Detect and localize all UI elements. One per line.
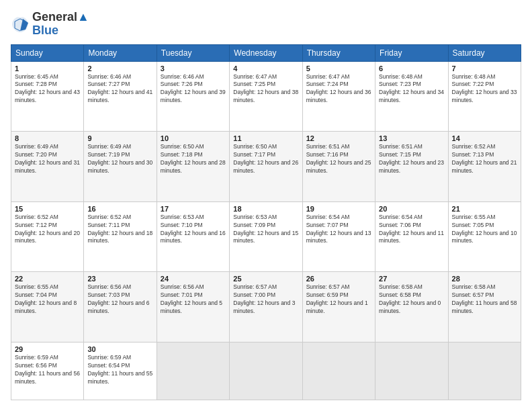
day-info: Sunrise: 6:46 AMSunset: 7:27 PMDaylight:… xyxy=(87,73,152,105)
day-info: Sunrise: 6:55 AMSunset: 7:04 PMDaylight:… xyxy=(15,283,80,316)
logo-icon xyxy=(11,15,30,34)
calendar-cell: 27Sunrise: 6:58 AMSunset: 6:58 PMDayligh… xyxy=(375,272,448,342)
day-number: 2 xyxy=(87,64,152,73)
day-info: Sunrise: 6:49 AMSunset: 7:19 PMDaylight:… xyxy=(87,143,152,175)
calendar-cell: 19Sunrise: 6:54 AMSunset: 7:07 PMDayligh… xyxy=(302,201,375,272)
day-number: 12 xyxy=(306,134,371,142)
header-sunday: Sunday xyxy=(11,44,84,61)
calendar-cell: 15Sunrise: 6:52 AMSunset: 7:12 PMDayligh… xyxy=(11,201,84,272)
day-info: Sunrise: 6:58 AMSunset: 6:57 PMDaylight:… xyxy=(452,283,517,316)
day-info: Sunrise: 6:53 AMSunset: 7:09 PMDaylight:… xyxy=(233,214,298,246)
logo: General▲ Blue xyxy=(11,11,89,38)
calendar-cell: 14Sunrise: 6:52 AMSunset: 7:13 PMDayligh… xyxy=(448,132,521,202)
day-number: 22 xyxy=(15,275,80,283)
header-friday: Friday xyxy=(375,44,448,61)
day-info: Sunrise: 6:48 AMSunset: 7:23 PMDaylight:… xyxy=(379,73,444,105)
calendar-cell: 7Sunrise: 6:48 AMSunset: 7:22 PMDaylight… xyxy=(448,61,521,132)
calendar-cell: 28Sunrise: 6:58 AMSunset: 6:57 PMDayligh… xyxy=(448,272,521,342)
calendar-cell: 13Sunrise: 6:51 AMSunset: 7:15 PMDayligh… xyxy=(375,132,448,202)
day-info: Sunrise: 6:54 AMSunset: 7:07 PMDaylight:… xyxy=(306,214,371,246)
calendar-cell xyxy=(375,342,448,400)
day-number: 21 xyxy=(452,205,517,213)
day-number: 29 xyxy=(15,345,80,353)
day-info: Sunrise: 6:52 AMSunset: 7:13 PMDaylight:… xyxy=(452,143,517,175)
calendar-cell: 3Sunrise: 6:46 AMSunset: 7:26 PMDaylight… xyxy=(157,61,229,132)
calendar-cell: 9Sunrise: 6:49 AMSunset: 7:19 PMDaylight… xyxy=(84,132,157,202)
calendar-cell xyxy=(302,342,375,400)
calendar-cell xyxy=(230,342,302,400)
calendar-cell: 21Sunrise: 6:55 AMSunset: 7:05 PMDayligh… xyxy=(448,201,521,272)
day-number: 8 xyxy=(15,134,80,142)
header-wednesday: Wednesday xyxy=(230,44,302,61)
day-info: Sunrise: 6:52 AMSunset: 7:11 PMDaylight:… xyxy=(87,214,152,246)
calendar-cell: 25Sunrise: 6:57 AMSunset: 7:00 PMDayligh… xyxy=(230,272,302,342)
day-number: 26 xyxy=(306,275,371,283)
header-tuesday: Tuesday xyxy=(157,44,229,61)
calendar-cell: 30Sunrise: 6:59 AMSunset: 6:54 PMDayligh… xyxy=(84,342,157,400)
day-info: Sunrise: 6:59 AMSunset: 6:56 PMDaylight:… xyxy=(15,354,80,386)
day-number: 28 xyxy=(452,275,517,283)
day-number: 13 xyxy=(379,134,444,142)
calendar-cell: 4Sunrise: 6:47 AMSunset: 7:25 PMDaylight… xyxy=(230,61,302,132)
day-info: Sunrise: 6:47 AMSunset: 7:25 PMDaylight:… xyxy=(233,73,298,105)
day-number: 18 xyxy=(233,205,298,213)
calendar-cell: 20Sunrise: 6:54 AMSunset: 7:06 PMDayligh… xyxy=(375,201,448,272)
day-info: Sunrise: 6:57 AMSunset: 6:59 PMDaylight:… xyxy=(306,283,371,316)
day-info: Sunrise: 6:48 AMSunset: 7:22 PMDaylight:… xyxy=(452,73,517,105)
calendar-cell: 26Sunrise: 6:57 AMSunset: 6:59 PMDayligh… xyxy=(302,272,375,342)
header-saturday: Saturday xyxy=(448,44,521,61)
calendar-table: Sunday Monday Tuesday Wednesday Thursday… xyxy=(11,44,521,400)
day-number: 9 xyxy=(87,134,152,142)
calendar-cell xyxy=(448,342,521,400)
day-number: 27 xyxy=(379,275,444,283)
day-info: Sunrise: 6:58 AMSunset: 6:58 PMDaylight:… xyxy=(379,283,444,316)
header-monday: Monday xyxy=(84,44,157,61)
day-info: Sunrise: 6:50 AMSunset: 7:18 PMDaylight:… xyxy=(161,143,226,175)
day-number: 4 xyxy=(233,64,298,73)
calendar-cell: 24Sunrise: 6:56 AMSunset: 7:01 PMDayligh… xyxy=(157,272,229,342)
day-info: Sunrise: 6:56 AMSunset: 7:03 PMDaylight:… xyxy=(87,283,152,316)
day-number: 7 xyxy=(452,64,517,73)
day-info: Sunrise: 6:57 AMSunset: 7:00 PMDaylight:… xyxy=(233,283,298,316)
day-number: 3 xyxy=(161,64,226,73)
calendar-cell: 2Sunrise: 6:46 AMSunset: 7:27 PMDaylight… xyxy=(84,61,157,132)
calendar-cell: 18Sunrise: 6:53 AMSunset: 7:09 PMDayligh… xyxy=(230,201,302,272)
day-number: 10 xyxy=(161,134,226,142)
calendar-cell: 22Sunrise: 6:55 AMSunset: 7:04 PMDayligh… xyxy=(11,272,84,342)
calendar-cell: 16Sunrise: 6:52 AMSunset: 7:11 PMDayligh… xyxy=(84,201,157,272)
calendar-cell: 12Sunrise: 6:51 AMSunset: 7:16 PMDayligh… xyxy=(302,132,375,202)
day-number: 30 xyxy=(87,345,152,353)
day-info: Sunrise: 6:55 AMSunset: 7:05 PMDaylight:… xyxy=(452,214,517,246)
day-number: 1 xyxy=(15,64,80,73)
day-info: Sunrise: 6:52 AMSunset: 7:12 PMDaylight:… xyxy=(15,214,80,246)
calendar-cell: 23Sunrise: 6:56 AMSunset: 7:03 PMDayligh… xyxy=(84,272,157,342)
day-info: Sunrise: 6:46 AMSunset: 7:26 PMDaylight:… xyxy=(161,73,226,105)
calendar-cell: 17Sunrise: 6:53 AMSunset: 7:10 PMDayligh… xyxy=(157,201,229,272)
calendar-cell xyxy=(157,342,229,400)
day-number: 6 xyxy=(379,64,444,73)
calendar-cell: 1Sunrise: 6:45 AMSunset: 7:28 PMDaylight… xyxy=(11,61,84,132)
calendar-cell: 8Sunrise: 6:49 AMSunset: 7:20 PMDaylight… xyxy=(11,132,84,202)
day-number: 15 xyxy=(15,205,80,213)
day-info: Sunrise: 6:51 AMSunset: 7:16 PMDaylight:… xyxy=(306,143,371,175)
day-info: Sunrise: 6:49 AMSunset: 7:20 PMDaylight:… xyxy=(15,143,80,175)
day-info: Sunrise: 6:54 AMSunset: 7:06 PMDaylight:… xyxy=(379,214,444,246)
weekday-header-row: Sunday Monday Tuesday Wednesday Thursday… xyxy=(11,44,521,61)
day-number: 11 xyxy=(233,134,298,142)
day-number: 19 xyxy=(306,205,371,213)
day-info: Sunrise: 6:45 AMSunset: 7:28 PMDaylight:… xyxy=(15,73,80,105)
day-number: 24 xyxy=(161,275,226,283)
day-info: Sunrise: 6:59 AMSunset: 6:54 PMDaylight:… xyxy=(87,354,152,386)
day-info: Sunrise: 6:53 AMSunset: 7:10 PMDaylight:… xyxy=(161,214,226,246)
day-info: Sunrise: 6:50 AMSunset: 7:17 PMDaylight:… xyxy=(233,143,298,175)
day-info: Sunrise: 6:56 AMSunset: 7:01 PMDaylight:… xyxy=(161,283,226,316)
day-number: 20 xyxy=(379,205,444,213)
calendar-cell: 5Sunrise: 6:47 AMSunset: 7:24 PMDaylight… xyxy=(302,61,375,132)
day-number: 17 xyxy=(161,205,226,213)
day-number: 25 xyxy=(233,275,298,283)
calendar-cell: 6Sunrise: 6:48 AMSunset: 7:23 PMDaylight… xyxy=(375,61,448,132)
day-number: 16 xyxy=(87,205,152,213)
day-info: Sunrise: 6:51 AMSunset: 7:15 PMDaylight:… xyxy=(379,143,444,175)
header-thursday: Thursday xyxy=(302,44,375,61)
day-number: 14 xyxy=(452,134,517,142)
